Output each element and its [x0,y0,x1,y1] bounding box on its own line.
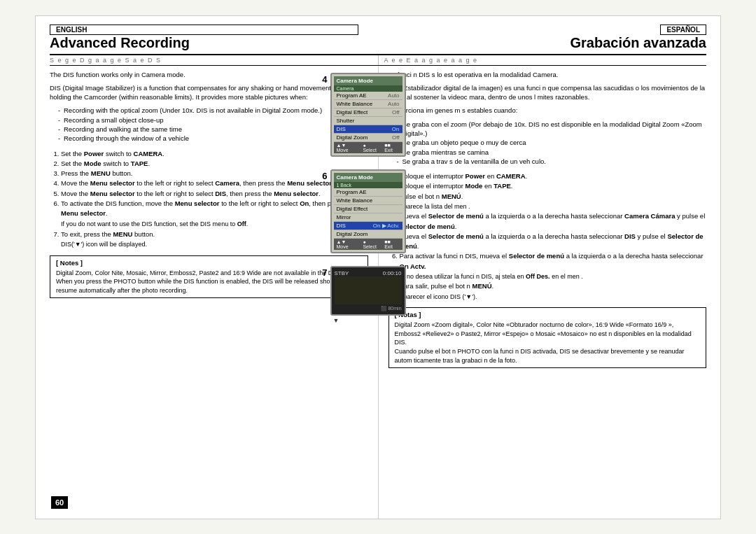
screen4-label: 4 [315,74,328,85]
left-bullets: Recording with the optical zoom (Under 1… [58,106,368,143]
dis-icon-display: ▼ [330,317,406,324]
page: ENGLISH Advanced Recording ESPAÑOL Graba… [35,15,721,519]
left-notes-title: [ Notes ] [56,259,362,267]
right-step-7: Para salir, pulse el bot n MENÚ. Aparece… [400,281,707,302]
english-badge: ENGLISH [50,24,358,35]
right-bullet-1: Se graba con el zoom (Por debajo de 10x.… [397,120,707,139]
camera-screens-container: 4 Camera Mode Camera Program AEAuto Whit… [330,73,406,324]
right-step-1: Coloque el interruptor Power en CAMERA. [400,171,707,181]
screen7-label: 7 [315,267,328,278]
screen6-nav: ▲▼ Move● Select■■ Exit [334,239,402,250]
left-intro-2: DIS (Digital Image Stabilizer) is a func… [50,83,368,102]
left-bullet-1: Recording with the optical zoom (Under 1… [58,106,368,115]
right-step-2: Coloque el interruptor Mode en TAPE. [400,181,707,191]
screen6-row3: Digital Effect [334,205,402,213]
viewfinder-area [335,276,402,304]
right-step-4: Mueva el Selector de menú a la izquierda… [400,211,707,232]
right-intro-1: La funci n DIS s lo est operativa en la … [388,70,707,79]
right-intro-2: DIS (Estabilizador digital de la imagen)… [388,83,707,102]
screen6-row4: Mirror [334,213,402,222]
left-bullet-4: Recording through the window of a vehicl… [58,134,368,143]
screen4-row2: White BalanceAuto [334,100,402,108]
right-notes: [ Notas ] Digital Zoom «Zoom digital», C… [388,307,707,368]
right-steps: Coloque el interruptor Power en CAMERA. … [388,171,707,302]
right-intro-3: Proporciona im genes m s estables cuando… [388,106,707,115]
left-subtitle: S e g e D g a a g e S a e D S [50,55,372,65]
screen4-mode: Camera [334,85,402,92]
right-subtitle: A e e E a a g a e a a g e [384,55,707,65]
right-column: La funci n DIS s lo est operativa en la … [379,66,707,519]
left-bullet-2: Recording a small object close-up [58,115,368,125]
left-column: The DIS function works only in Camera mo… [50,66,379,519]
right-bullet-4: Se graba a trav s de la ventanilla de un… [397,157,707,166]
screen6-row1: Program AE [334,188,402,197]
screen6-header: Camera Mode [334,173,402,182]
screen4-row3: Digital EffectOff [334,108,402,117]
right-section-title: Grabación avanzada [570,35,706,51]
screen4-row6: Digital ZoomOff [334,134,402,142]
page-number: 60 [51,496,68,509]
right-notes-text: Digital Zoom «Zoom digital», Color Nite … [395,321,701,365]
camera-screen-6: 6 Camera Mode 1 Back Program AE White Ba… [330,169,406,253]
left-steps: Set the Power switch to CAMERA. Set the … [50,149,368,250]
screen6-row5-dis: DISOn ▶ Actv. [334,222,402,230]
left-step-6: To activate the DIS function, move the M… [61,199,368,230]
right-step-5: Mueva el Selector de menú a la izquierda… [400,232,707,252]
right-step-3: Pulse el bot n MENÚ. Aparece la lista de… [400,192,707,212]
left-step-1: Set the Power switch to CAMERA. [61,149,368,159]
camera-screen-7: 7 STBY 0:00:10 ⬛ 80min ▼ [330,266,406,324]
screen4-header: Camera Mode [334,76,402,85]
espanol-badge: ESPAÑOL [660,24,706,35]
left-bullet-3: Recording and walking at the same time [58,125,368,134]
screen6-row6: Digital Zoom [334,230,402,239]
top-bar: ENGLISH Advanced Recording ESPAÑOL Graba… [36,16,720,54]
viewfinder: STBY 0:00:10 ⬛ 80min [330,266,406,316]
right-bullets: Se graba con el zoom (Por debajo de 10x.… [397,120,707,166]
screen4-row5-dis: DISOn [334,125,402,134]
left-step-5: Move the Menu selector to the left or ri… [61,189,368,199]
right-bullet-2: Se graba un objeto peque o muy de cerca [397,138,707,147]
screen4-row4: Shutter [334,117,402,125]
left-step-7: To exit, press the MENU button. DIS('▼')… [61,230,368,250]
camera-screen-4: 4 Camera Mode Camera Program AEAuto Whit… [330,73,406,157]
screen6-mode: 1 Back [334,182,402,188]
viewfinder-top: STBY 0:00:10 [335,270,402,276]
screen6-label: 6 [315,171,328,181]
left-step-2: Set the Mode switch to TAPE. [61,159,368,169]
left-section-title: Advanced Recording [50,35,358,51]
screen6-row2: White Balance [334,197,402,205]
screen4-nav: ▲▼ Move● Select■■ Exit [334,142,402,153]
right-bullet-3: Se graba mientras se camina [397,148,707,157]
right-notes-title: [ Notas ] [395,311,701,318]
viewfinder-bottom: ⬛ 80min [335,306,402,311]
screen4-row1: Program AEAuto [334,92,402,100]
right-step-6: Para activar la funci n DIS, mueva el Se… [400,251,707,281]
